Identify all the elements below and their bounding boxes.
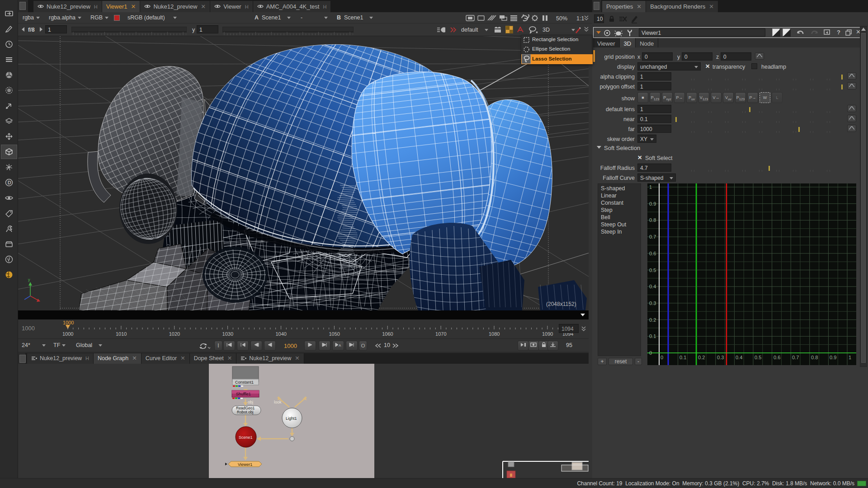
svg-text:Scene1: Scene1 xyxy=(239,435,253,440)
svg-text:0.9: 0.9 xyxy=(649,201,656,206)
svg-text:0: 0 xyxy=(649,350,652,356)
svg-text:0.8: 0.8 xyxy=(649,217,656,223)
svg-text:0.1: 0.1 xyxy=(679,355,686,360)
svg-text:Robot.obj: Robot.obj xyxy=(237,410,253,414)
svg-text:0.7: 0.7 xyxy=(792,355,799,360)
svg-text:1080: 1080 xyxy=(489,331,500,337)
svg-text:D: D xyxy=(8,180,11,185)
svg-text:obj: obj xyxy=(248,400,253,404)
svg-text:0.2: 0.2 xyxy=(649,317,656,323)
svg-text:0.1: 0.1 xyxy=(649,333,656,339)
svg-text:0.6: 0.6 xyxy=(649,251,656,256)
svg-text:0.4: 0.4 xyxy=(649,284,656,289)
svg-text:1000: 1000 xyxy=(62,331,73,337)
svg-text:1010: 1010 xyxy=(116,331,127,337)
svg-text:1060: 1060 xyxy=(382,331,393,337)
svg-text:1090: 1090 xyxy=(542,331,553,337)
svg-text:A: A xyxy=(339,343,341,347)
svg-text:Shuffle1: Shuffle1 xyxy=(236,392,251,396)
svg-text:look: look xyxy=(274,400,282,404)
svg-text:0.4: 0.4 xyxy=(736,355,742,360)
svg-text:Viewer1: Viewer1 xyxy=(238,462,252,467)
svg-text:Light1: Light1 xyxy=(286,416,297,421)
svg-text:(2048x1152): (2048x1152) xyxy=(546,301,576,307)
svg-text:0.5: 0.5 xyxy=(755,355,761,360)
svg-text:0.9: 0.9 xyxy=(830,355,836,360)
svg-text:1050: 1050 xyxy=(329,331,340,337)
svg-text:0.3: 0.3 xyxy=(649,300,656,306)
svg-text:1: 1 xyxy=(849,355,851,360)
svg-text:0.2: 0.2 xyxy=(698,355,705,360)
svg-text:0.8: 0.8 xyxy=(811,355,818,360)
svg-text:y: y xyxy=(28,277,30,282)
svg-text:Constant1: Constant1 xyxy=(235,380,254,385)
svg-text:1000: 1000 xyxy=(63,320,74,325)
svg-text:0: 0 xyxy=(660,355,663,360)
svg-text:1040: 1040 xyxy=(276,331,287,337)
svg-text:50%: 50% xyxy=(556,15,567,22)
svg-text:0.7: 0.7 xyxy=(649,234,656,239)
svg-text:1020: 1020 xyxy=(169,331,180,337)
svg-text:1030: 1030 xyxy=(222,331,233,337)
svg-text:0.5: 0.5 xyxy=(649,267,656,273)
svg-text:0.6: 0.6 xyxy=(774,355,780,360)
svg-text:0.3: 0.3 xyxy=(717,355,724,360)
svg-text:1: 1 xyxy=(649,184,652,190)
svg-text:1070: 1070 xyxy=(435,331,446,337)
